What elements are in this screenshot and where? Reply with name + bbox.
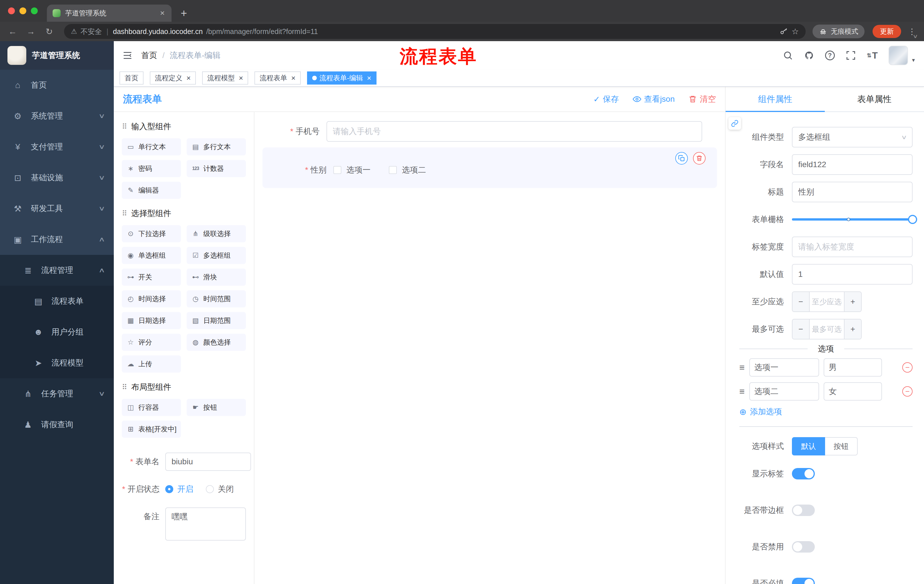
tab-close-icon[interactable]: × (159, 8, 166, 18)
clear-button[interactable]: 清空 (688, 94, 716, 105)
save-button[interactable]: ✓ 保存 (593, 94, 619, 105)
tag-process-definition[interactable]: 流程定义 × (150, 71, 196, 85)
sidebar-item-task-management[interactable]: ⋔ 任务管理 ∨ (0, 378, 114, 409)
palette-item-select[interactable]: ⊙下拉选择 (122, 225, 181, 242)
sidebar-item-system[interactable]: ⚙ 系统管理 ∨ (0, 100, 114, 132)
field-name-input[interactable] (792, 154, 912, 175)
palette-item-time-picker[interactable]: ◴时间选择 (122, 290, 181, 308)
palette-item-time-range[interactable]: ◷时间范围 (187, 290, 246, 308)
decrease-button[interactable]: − (792, 319, 810, 339)
font-size-icon[interactable]: ⇅T (867, 50, 878, 61)
form-canvas[interactable]: 手机号 (254, 112, 725, 584)
remove-option-icon[interactable]: − (902, 386, 912, 396)
palette-item-row-container[interactable]: ◫行容器 (122, 399, 181, 416)
maximize-window-button[interactable] (31, 7, 38, 14)
password-key-icon[interactable] (780, 27, 788, 36)
palette-item-date-picker[interactable]: ▦日期选择 (122, 312, 181, 329)
increase-button[interactable]: + (844, 292, 861, 311)
component-type-select[interactable]: 多选框组 ∨ (792, 127, 912, 147)
sidebar-item-payment[interactable]: ¥ 支付管理 ∨ (0, 132, 114, 162)
update-button[interactable]: 更新 (873, 25, 901, 38)
palette-item-date-range[interactable]: ▧日期范围 (187, 312, 246, 329)
close-icon[interactable]: × (367, 74, 371, 82)
status-off-radio[interactable]: 关闭 (206, 484, 234, 495)
style-button-button[interactable]: 按钮 (825, 437, 858, 456)
palette-item-password[interactable]: ∗密码 (122, 160, 181, 177)
tag-home[interactable]: 首页 (119, 71, 144, 85)
tab-form-props[interactable]: 表单属性 (825, 87, 924, 112)
palette-item-radio-group[interactable]: ◉单选框组 (122, 247, 181, 264)
link-icon[interactable] (728, 117, 741, 130)
title-input[interactable] (792, 182, 912, 202)
palette-item-switch[interactable]: ⊶开关 (122, 268, 181, 286)
palette-item-slider[interactable]: ⊷滑块 (187, 268, 246, 286)
logo[interactable]: 芋道管理系统 (0, 41, 114, 70)
palette-item-counter[interactable]: 123计数器 (187, 160, 246, 177)
palette-item-text-field[interactable]: ▭单行文本 (122, 138, 181, 155)
sidebar-item-process-model[interactable]: ➤ 流程模型 (0, 347, 114, 378)
disabled-switch[interactable] (792, 541, 815, 553)
palette-item-cascader[interactable]: ⋔级联选择 (187, 225, 246, 242)
palette-item-table[interactable]: ⊞表格[开发中] (122, 421, 181, 438)
decrease-button[interactable]: − (792, 292, 810, 311)
sidebar-item-infrastructure[interactable]: ⊡ 基础设施 ∨ (0, 162, 114, 193)
slider-handle[interactable] (908, 215, 917, 224)
back-icon[interactable]: ← (5, 26, 21, 36)
bookmark-star-icon[interactable]: ☆ (792, 27, 799, 36)
option-value-input[interactable] (823, 382, 882, 401)
new-tab-button[interactable]: + (181, 7, 187, 20)
github-icon[interactable] (804, 50, 814, 61)
label-width-input[interactable] (792, 237, 912, 257)
close-icon[interactable]: × (291, 74, 295, 82)
style-default-button[interactable]: 默认 (792, 437, 825, 456)
tag-process-form[interactable]: 流程表单 × (254, 71, 300, 85)
close-icon[interactable]: × (186, 74, 191, 82)
tag-process-model[interactable]: 流程模型 × (202, 71, 248, 85)
option-value-input[interactable] (823, 358, 882, 377)
palette-item-textarea[interactable]: ▤多行文本 (187, 138, 246, 155)
grid-slider[interactable] (792, 209, 912, 230)
minimize-window-button[interactable] (20, 7, 26, 14)
avatar[interactable] (889, 46, 908, 65)
sidebar-item-home[interactable]: ⌂ 首页 (0, 70, 114, 100)
sidebar-item-devtools[interactable]: ⚒ 研发工具 ∨ (0, 193, 114, 224)
sidebar-item-user-group[interactable]: ☻ 用户分组 (0, 317, 114, 347)
help-icon[interactable]: ? (825, 51, 835, 60)
option-label-input[interactable] (749, 358, 819, 377)
add-option-button[interactable]: ⊕ 添加选项 (739, 406, 912, 417)
close-icon[interactable]: × (239, 74, 243, 82)
forward-icon[interactable]: → (23, 26, 39, 36)
form-name-input[interactable] (165, 452, 251, 471)
default-value-input[interactable] (792, 264, 912, 285)
sidebar-toggle-icon[interactable] (114, 50, 141, 61)
chevron-down-icon[interactable]: ∨ (912, 33, 918, 39)
copy-button[interactable] (675, 152, 688, 165)
palette-item-upload[interactable]: ☁上传 (122, 355, 181, 373)
close-window-button[interactable] (8, 7, 15, 14)
remove-option-icon[interactable]: − (902, 362, 912, 373)
show-label-switch[interactable] (792, 468, 815, 479)
min-count-value[interactable]: 至少应选 (810, 292, 844, 311)
tab-component-props[interactable]: 组件属性 (726, 87, 825, 112)
palette-item-button[interactable]: ☛按钮 (187, 399, 246, 416)
increase-button[interactable]: + (844, 319, 861, 339)
palette-item-rate[interactable]: ☆评分 (122, 334, 181, 351)
form-remark-textarea[interactable]: 嘿嘿 (165, 507, 246, 541)
required-switch[interactable] (792, 578, 815, 584)
avatar-caret-icon[interactable]: ▾ (912, 57, 915, 65)
palette-item-editor[interactable]: ✎编辑器 (122, 182, 181, 199)
sidebar-item-workflow[interactable]: ▣ 工作流程 ∧ (0, 224, 114, 255)
selected-component[interactable]: 性别 选项一 选项二 (262, 147, 717, 188)
reload-icon[interactable]: ↻ (41, 26, 57, 36)
address-bar[interactable]: ⚠ 不安全 | dashboard.yudao.iocoder.cn /bpm/… (64, 24, 806, 39)
search-icon[interactable] (783, 50, 793, 61)
breadcrumb-home[interactable]: 首页 (141, 50, 157, 61)
delete-button[interactable] (693, 152, 706, 165)
gender-option-2-checkbox[interactable]: 选项二 (389, 165, 426, 175)
status-on-radio[interactable]: 开启 (165, 484, 193, 495)
drag-handle-icon[interactable]: ≡ (739, 386, 745, 397)
browser-tab[interactable]: 芋道管理系统 × (47, 5, 172, 22)
drag-handle-icon[interactable]: ≡ (739, 362, 745, 373)
gender-option-1-checkbox[interactable]: 选项一 (333, 165, 371, 175)
sidebar-item-process-form[interactable]: ▤ 流程表单 (0, 286, 114, 317)
